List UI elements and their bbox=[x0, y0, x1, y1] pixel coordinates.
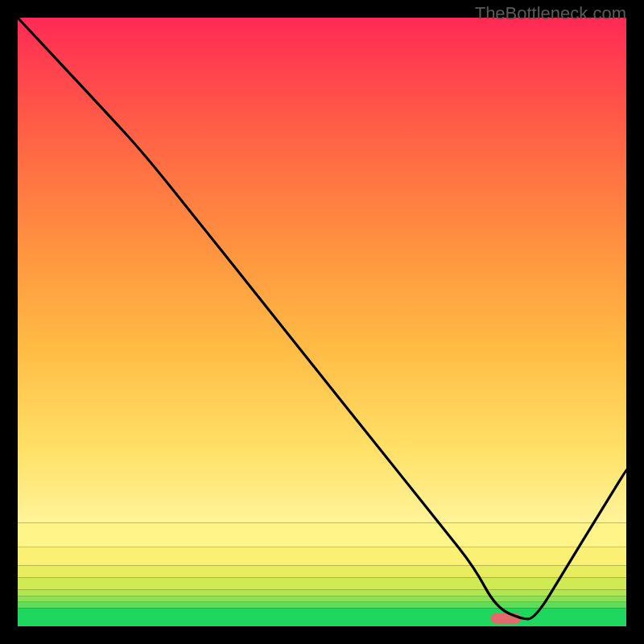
band bbox=[18, 602, 626, 609]
band bbox=[18, 596, 626, 602]
watermark-text: TheBottleneck.com bbox=[475, 3, 626, 24]
background-bands bbox=[18, 18, 626, 626]
chart-plot-area bbox=[18, 18, 626, 626]
band bbox=[18, 590, 626, 597]
band bbox=[18, 608, 626, 626]
optimal-marker bbox=[490, 613, 521, 624]
band bbox=[18, 547, 626, 566]
band bbox=[18, 578, 626, 590]
band bbox=[18, 18, 626, 522]
optimal-marker-pill bbox=[490, 613, 521, 624]
chart-svg bbox=[18, 18, 626, 626]
band bbox=[18, 565, 626, 577]
band bbox=[18, 522, 626, 547]
